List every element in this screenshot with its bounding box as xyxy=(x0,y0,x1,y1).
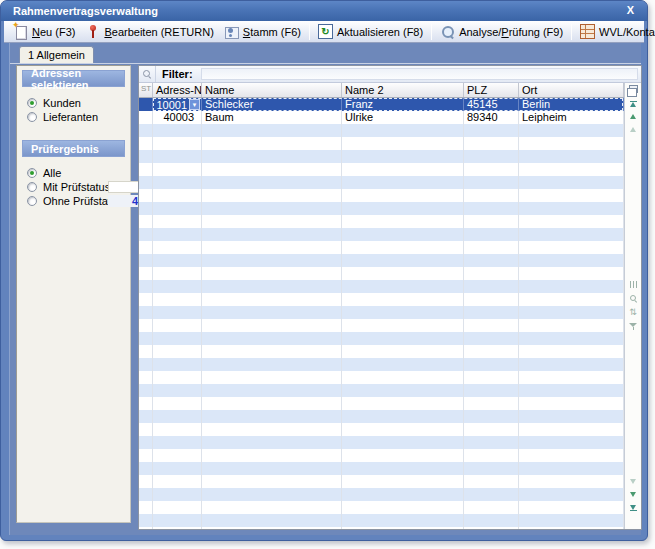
empty-table-row xyxy=(139,189,624,202)
sort-icon[interactable]: ⇅ xyxy=(625,305,641,319)
column-header-st[interactable]: ST xyxy=(139,83,153,97)
analyze-button-label: Analyse/Prüfung (F9) xyxy=(459,26,563,38)
empty-table-row xyxy=(139,202,624,215)
plz-cell[interactable]: 89340 xyxy=(464,111,519,124)
st-cell xyxy=(139,111,153,124)
address-grid: ST Adress-Nr. Name Name 2 PLZ Ort 10001 … xyxy=(139,83,624,529)
column-header-name[interactable]: Name xyxy=(202,83,342,97)
empty-table-row xyxy=(139,124,624,137)
radio-option-lieferanten[interactable]: Lieferanten xyxy=(27,110,130,124)
columns-icon[interactable] xyxy=(625,277,641,291)
radio-option-alle[interactable]: Alle xyxy=(27,166,130,180)
tab-page: 1 Allgemein Adressen selektieren Kunden … xyxy=(9,43,641,535)
refresh-icon: ↻ xyxy=(318,24,333,39)
ohne-pruefstatus-count: 4 xyxy=(108,195,141,207)
contact-grid-icon xyxy=(580,24,595,39)
column-chooser-icon[interactable] xyxy=(629,85,638,93)
search-icon[interactable] xyxy=(625,291,641,305)
filter-lens-cell[interactable] xyxy=(139,66,156,82)
radio-option-ohne-pruefstatus[interactable]: Ohne Prüfstatus 4 xyxy=(27,194,130,208)
scroll-down-icon[interactable] xyxy=(625,488,641,501)
empty-table-row xyxy=(139,449,624,462)
empty-table-row xyxy=(139,332,624,345)
scroll-down-disabled-icon xyxy=(625,475,641,488)
dropdown-icon[interactable]: ▼ xyxy=(189,99,200,110)
name2-cell[interactable]: Franz xyxy=(342,98,464,111)
toolbar-separator xyxy=(571,24,572,40)
toolbar: Neu (F3) Bearbeiten (RETURN) Stamm (F6) … xyxy=(4,21,644,43)
section-header-adressen: Adressen selektieren xyxy=(22,70,125,87)
radio-icon[interactable] xyxy=(27,112,37,122)
name-cell[interactable]: Schlecker xyxy=(202,98,342,111)
adressnr-cell[interactable]: 10001 ▼ xyxy=(153,98,202,111)
column-header-name2[interactable]: Name 2 xyxy=(342,83,464,97)
close-icon[interactable]: X xyxy=(627,4,634,16)
empty-table-row xyxy=(139,254,624,267)
empty-table-row xyxy=(139,410,624,423)
empty-table-row xyxy=(139,423,624,436)
radio-icon[interactable] xyxy=(27,168,37,178)
edit-button-label: Bearbeiten (RETURN) xyxy=(104,26,213,38)
column-header-adressnr[interactable]: Adress-Nr. xyxy=(153,83,202,97)
grid-header-row: ST Adress-Nr. Name Name 2 PLZ Ort xyxy=(139,83,624,98)
grid-nav-strip: ⇅ xyxy=(624,83,641,529)
master-data-button-label: Stamm (F6) xyxy=(243,26,301,38)
radio-option-kunden[interactable]: Kunden xyxy=(27,96,130,110)
title-bar[interactable]: Rahmenvertragsverwaltung X xyxy=(1,1,647,21)
empty-table-row xyxy=(139,241,624,254)
st-cell xyxy=(139,98,153,111)
scroll-first-icon[interactable] xyxy=(625,97,641,110)
edit-button[interactable]: Bearbeiten (RETURN) xyxy=(80,23,218,41)
plz-cell[interactable]: 45145 xyxy=(464,98,519,111)
empty-table-row xyxy=(139,397,624,410)
sidebar-panel: Adressen selektieren Kunden Lieferanten … xyxy=(16,65,131,523)
scroll-up-icon[interactable] xyxy=(625,110,641,123)
name2-cell[interactable]: Ulrike xyxy=(342,111,464,124)
radio-icon[interactable] xyxy=(27,98,37,108)
radio-option-mit-pruefstatus[interactable]: Mit Prüfstatus xyxy=(27,180,130,194)
radio-icon[interactable] xyxy=(27,182,37,192)
empty-table-row xyxy=(139,280,624,293)
empty-table-row xyxy=(139,293,624,306)
ort-cell[interactable]: Berlin xyxy=(519,98,624,111)
empty-rows xyxy=(139,124,624,529)
empty-table-row xyxy=(139,514,624,527)
empty-table-row xyxy=(139,475,624,488)
section-header-pruefergebnis: Prüfergebnis xyxy=(22,140,125,157)
empty-table-row xyxy=(139,228,624,241)
master-data-icon xyxy=(224,24,239,39)
empty-table-row xyxy=(139,215,624,228)
analyze-button[interactable]: Analyse/Prüfung (F9) xyxy=(435,23,568,41)
empty-table-row xyxy=(139,163,624,176)
ort-cell[interactable]: Leipheim xyxy=(519,111,624,124)
radio-label: Lieferanten xyxy=(43,111,98,123)
refresh-button-label: Aktualisieren (F8) xyxy=(337,26,423,38)
adressnr-cell[interactable]: 40003 xyxy=(153,111,202,124)
new-button[interactable]: Neu (F3) xyxy=(8,23,80,41)
window-title: Rahmenvertragsverwaltung xyxy=(13,5,158,17)
master-data-button[interactable]: Stamm (F6) xyxy=(219,23,306,41)
empty-table-row xyxy=(139,371,624,384)
empty-table-row xyxy=(139,176,624,189)
refresh-button[interactable]: ↻ Aktualisieren (F8) xyxy=(313,23,428,41)
table-row-selected[interactable]: 10001 ▼ Schlecker Franz 45145 Berlin xyxy=(139,98,624,111)
application-window: Rahmenvertragsverwaltung X Neu (F3) Bear… xyxy=(0,0,648,541)
new-document-icon xyxy=(13,24,28,39)
pruefstatus-input[interactable] xyxy=(108,181,141,193)
table-row[interactable]: 40003 Baum Ulrike 89340 Leipheim xyxy=(139,111,624,124)
name-cell[interactable]: Baum xyxy=(202,111,342,124)
filter-funnel-icon[interactable] xyxy=(625,319,641,333)
empty-table-row xyxy=(139,527,624,529)
radio-icon[interactable] xyxy=(27,196,37,206)
radio-label: Kunden xyxy=(43,97,81,109)
tab-allgemein[interactable]: 1 Allgemein xyxy=(19,46,94,63)
empty-table-row xyxy=(139,462,624,475)
column-header-ort[interactable]: Ort xyxy=(519,83,624,97)
contact-button-label: WVL/Kontakt (F7) xyxy=(599,26,655,38)
address-table-panel: Filter: ST Adress-Nr. Name Name 2 PLZ Or… xyxy=(138,65,642,530)
scroll-last-icon[interactable] xyxy=(625,501,641,514)
column-header-plz[interactable]: PLZ xyxy=(464,83,519,97)
filter-input[interactable] xyxy=(201,68,638,80)
tab-divider xyxy=(10,63,641,64)
contact-button[interactable]: WVL/Kontakt (F7) xyxy=(575,23,655,41)
